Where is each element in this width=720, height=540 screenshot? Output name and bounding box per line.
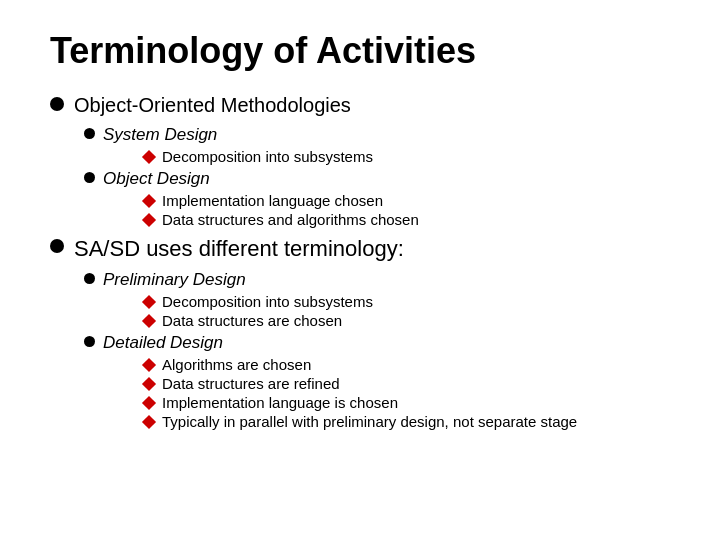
list-item: Algorithms are chosen — [144, 356, 670, 373]
object-design-items: Implementation language chosen Data stru… — [144, 192, 670, 228]
list-item: Implementation language chosen — [144, 192, 670, 209]
section-2-label: SA/SD uses different terminology: — [74, 236, 404, 262]
item-text: Decomposition into subsystems — [162, 148, 373, 165]
system-design-label: System Design — [103, 125, 217, 145]
l3-bullet-9 — [142, 415, 156, 429]
item-text: Data structures and algorithms chosen — [162, 211, 419, 228]
item-text: Data structures are chosen — [162, 312, 342, 329]
list-item: Implementation language is chosen — [144, 394, 670, 411]
object-design-group: Object Design Implementation language ch… — [84, 169, 670, 228]
l3-bullet-5 — [142, 314, 156, 328]
item-text: Data structures are refined — [162, 375, 340, 392]
l3-bullet-6 — [142, 358, 156, 372]
l3-bullet-7 — [142, 377, 156, 391]
detailed-design-label: Detailed Design — [103, 333, 223, 353]
l2-bullet-system — [84, 128, 95, 139]
preliminary-design-label: Preliminary Design — [103, 270, 246, 290]
detailed-design-items: Algorithms are chosen Data structures ar… — [144, 356, 670, 430]
item-text: Decomposition into subsystems — [162, 293, 373, 310]
l3-bullet-8 — [142, 396, 156, 410]
l3-bullet-2 — [142, 194, 156, 208]
list-item: Decomposition into subsystems — [144, 293, 670, 310]
list-item: Decomposition into subsystems — [144, 148, 670, 165]
system-design-group: System Design Decomposition into subsyst… — [84, 125, 670, 165]
item-text: Implementation language chosen — [162, 192, 383, 209]
preliminary-design-group: Preliminary Design Decomposition into su… — [84, 270, 670, 329]
detailed-design-group: Detailed Design Algorithms are chosen Da… — [84, 333, 670, 430]
preliminary-design-items: Decomposition into subsystems Data struc… — [144, 293, 670, 329]
list-item: Data structures are chosen — [144, 312, 670, 329]
item-text: Algorithms are chosen — [162, 356, 311, 373]
l3-bullet-1 — [142, 150, 156, 164]
system-design-items: Decomposition into subsystems — [144, 148, 670, 165]
list-item: Data structures and algorithms chosen — [144, 211, 670, 228]
object-design-label: Object Design — [103, 169, 210, 189]
l2-bullet-detailed — [84, 336, 95, 347]
item-text: Implementation language is chosen — [162, 394, 398, 411]
preliminary-design: Preliminary Design — [84, 270, 670, 290]
section-2: SA/SD uses different terminology: — [50, 236, 670, 262]
object-design: Object Design — [84, 169, 670, 189]
list-item: Data structures are refined — [144, 375, 670, 392]
slide: Terminology of Activities Object-Oriente… — [0, 0, 720, 540]
list-item: Typically in parallel with preliminary d… — [144, 413, 670, 430]
l2-bullet-preliminary — [84, 273, 95, 284]
section-1: Object-Oriented Methodologies — [50, 94, 670, 117]
item-text: Typically in parallel with preliminary d… — [162, 413, 577, 430]
section-1-label: Object-Oriented Methodologies — [74, 94, 351, 117]
system-design: System Design — [84, 125, 670, 145]
content-area: Object-Oriented Methodologies System Des… — [50, 94, 670, 430]
l1-bullet-2 — [50, 239, 64, 253]
l3-bullet-3 — [142, 213, 156, 227]
detailed-design: Detailed Design — [84, 333, 670, 353]
l2-bullet-object — [84, 172, 95, 183]
l3-bullet-4 — [142, 295, 156, 309]
slide-title: Terminology of Activities — [50, 30, 670, 72]
l1-bullet-1 — [50, 97, 64, 111]
